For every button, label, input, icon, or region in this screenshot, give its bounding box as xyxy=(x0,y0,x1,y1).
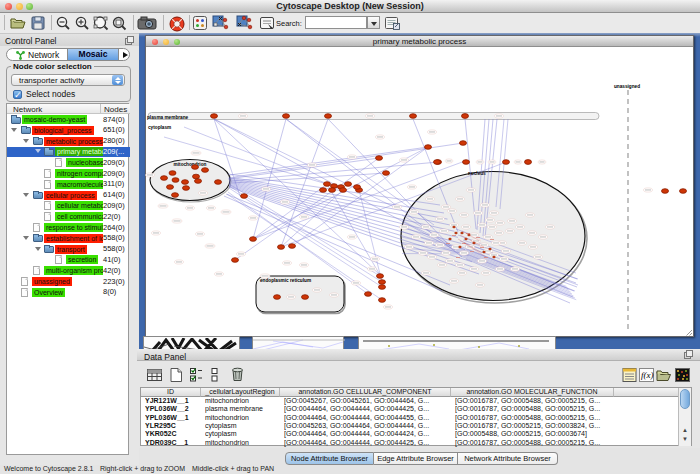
svg-text:endoplasmic reticulum: endoplasmic reticulum xyxy=(260,278,311,283)
svg-text:plasma membrane: plasma membrane xyxy=(147,115,189,120)
svg-text:mitochondrion: mitochondrion xyxy=(174,162,207,167)
svg-text:cytoplasm: cytoplasm xyxy=(148,125,171,130)
svg-text:unassigned: unassigned xyxy=(614,84,640,89)
svg-text:f(x): f(x) xyxy=(641,370,654,380)
